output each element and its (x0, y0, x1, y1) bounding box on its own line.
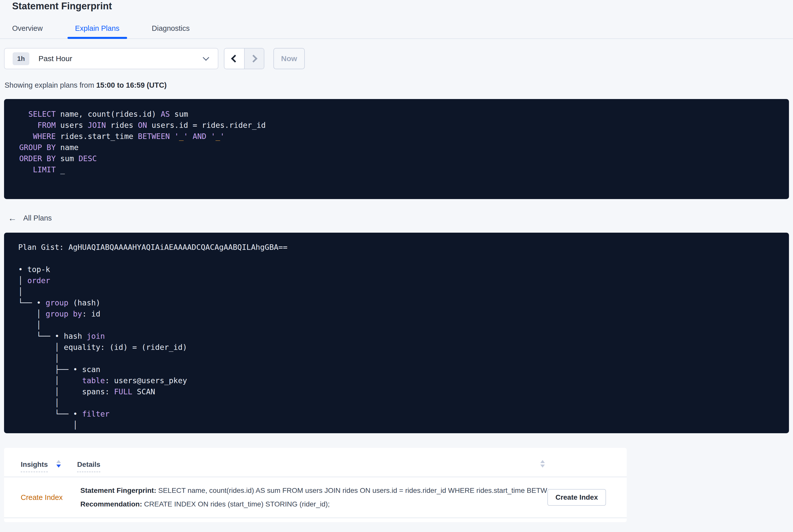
code-line: │ (18, 353, 775, 364)
sort-up-triangle (56, 460, 61, 463)
showing-range-prefix: Showing explain plans from (4, 81, 96, 89)
tab-diagnostics[interactable]: Diagnostics (144, 24, 197, 38)
code-line: ├── • scan (18, 364, 775, 375)
sort-icon-details[interactable] (540, 460, 545, 468)
code-line: WHERE rides.start_time BETWEEN '_' AND '… (19, 131, 774, 142)
sort-down-triangle (56, 464, 61, 468)
code-line: │ (18, 397, 775, 408)
time-range-label: Past Hour (38, 54, 72, 63)
code-line: FROM users JOIN rides ON users.id = ride… (19, 120, 774, 131)
code-line: │ table: users@users_pkey (18, 375, 775, 386)
code-line: │ order (18, 275, 775, 286)
create-index-button[interactable]: Create Index (547, 489, 606, 506)
next-range-button[interactable] (244, 49, 264, 69)
chevron-left-icon (231, 55, 239, 62)
sql-statement-block: SELECT name, count(rides.id) AS sum FROM… (4, 99, 789, 199)
code-line: └── • hash join (18, 331, 775, 342)
plan-gist-block: Plan Gist: AgHUAQIABQAAAAHYAQIAiAEAAAADC… (4, 233, 789, 433)
showing-range-text: Showing explain plans from 15:00 to 16:5… (4, 81, 793, 90)
code-line: │ (18, 286, 775, 297)
code-line: └── • filter (18, 408, 775, 420)
arrow-left-icon: ← (8, 213, 17, 223)
now-button[interactable]: Now (273, 48, 305, 69)
page-title: Statement Fingerprint (12, 0, 793, 12)
time-range-badge: 1h (13, 52, 29, 65)
code-line: │ (18, 420, 775, 431)
recommendation-line: Recommendation: CREATE INDEX ON rides (s… (80, 500, 547, 508)
tab-overview[interactable]: Overview (4, 24, 50, 38)
code-line: └── • group (hash) (18, 297, 775, 308)
table-row: Create Index Statement Fingerprint: SELE… (4, 477, 627, 518)
code-line: GROUP BY name (19, 142, 774, 153)
time-controls: 1h Past Hour Now (4, 48, 793, 69)
showing-range-value: 15:00 to 16:59 (UTC) (96, 81, 167, 89)
insights-table-header: Insights Details (4, 448, 627, 477)
tab-explain-plans[interactable]: Explain Plans (68, 24, 127, 38)
all-plans-back-link[interactable]: ← All Plans (8, 213, 52, 223)
time-range-select[interactable]: 1h Past Hour (4, 48, 218, 69)
insight-type-link[interactable]: Create Index (21, 493, 80, 502)
code-line: LIMIT _ (19, 164, 774, 175)
prev-range-button[interactable] (224, 49, 244, 69)
code-line: • top-k (18, 264, 775, 275)
code-line: Plan Gist: AgHUAQIABQAAAAHYAQIAiAEAAAADC… (18, 242, 775, 253)
time-pager (224, 48, 264, 69)
details-cell: Statement Fingerprint: SELECT name, coun… (80, 487, 547, 508)
insights-table-card: Insights Details Create Index Statement … (4, 448, 627, 522)
code-line: │ spans: FULL SCAN (18, 386, 775, 397)
code-line: │ group by: id (18, 308, 775, 320)
code-line (18, 253, 775, 264)
code-line: │ equality: (id) = (rider_id) (18, 342, 775, 353)
sort-down-triangle (540, 464, 545, 468)
tab-bar: Overview Explain Plans Diagnostics (0, 24, 793, 39)
chevron-down-icon (203, 54, 209, 61)
code-line: SELECT name, count(rides.id) AS sum (19, 109, 774, 120)
all-plans-label: All Plans (23, 214, 52, 222)
code-line: ORDER BY sum DESC (19, 153, 774, 164)
sort-up-triangle (540, 460, 545, 463)
statement-fingerprint-line: Statement Fingerprint: SELECT name, coun… (80, 487, 547, 495)
column-header-details[interactable]: Details (77, 460, 100, 472)
code-line: │ (18, 320, 775, 331)
sort-icon-insights[interactable] (56, 460, 61, 468)
chevron-right-icon (250, 55, 258, 62)
column-header-insights[interactable]: Insights (21, 460, 48, 472)
